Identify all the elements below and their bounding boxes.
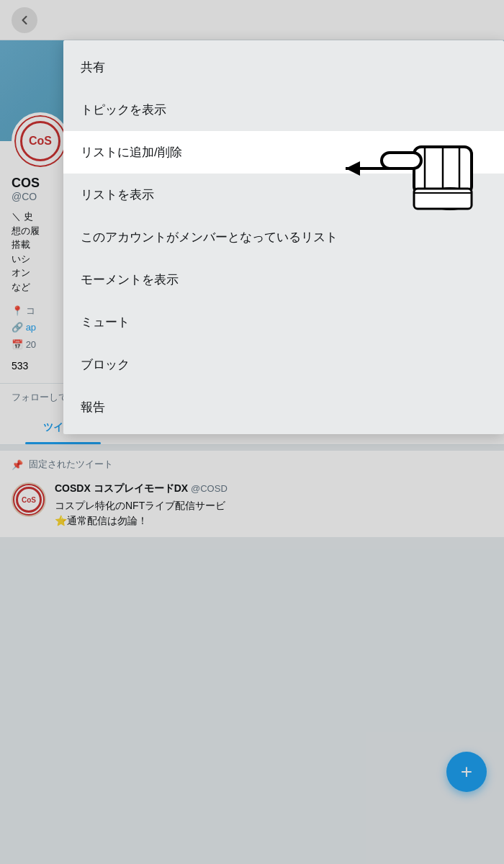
menu-item-report[interactable]: 報告 [63,386,504,428]
dropdown-menu: 共有 トピックを表示 リストに追加/削除 リストを表示 このアカウントがメンバー… [63,40,504,434]
hand-pointer-icon [346,125,490,197]
menu-item-member-lists[interactable]: このアカウントがメンバーとなっているリスト [63,216,504,258]
svg-rect-8 [414,189,472,209]
menu-item-share[interactable]: 共有 [63,46,504,89]
svg-rect-3 [382,153,421,168]
menu-item-block[interactable]: ブロック [63,343,504,386]
menu-item-mute[interactable]: ミュート [63,301,504,343]
svg-marker-1 [346,161,360,176]
menu-item-moments[interactable]: モーメントを表示 [63,258,504,301]
